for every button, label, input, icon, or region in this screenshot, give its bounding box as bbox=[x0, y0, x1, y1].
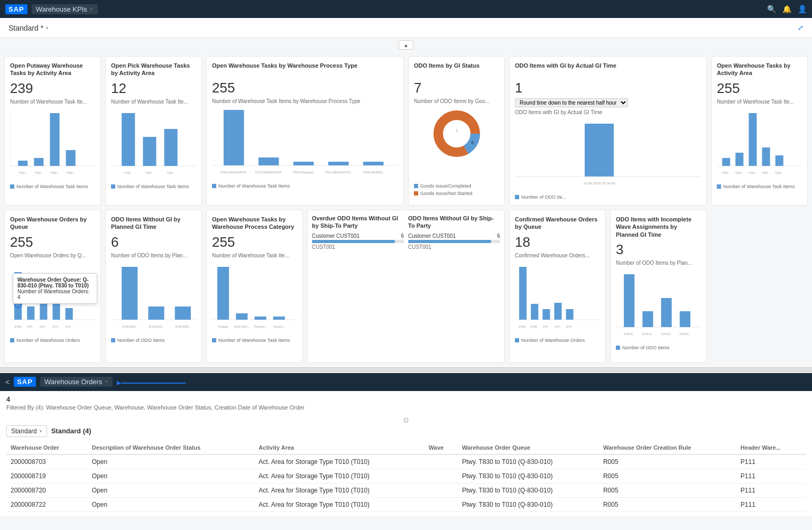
search-icon[interactable]: 🔍 bbox=[767, 5, 776, 13]
legend-color-dot bbox=[717, 184, 721, 189]
kpi-card-process-category-number: 255 bbox=[212, 234, 297, 250]
kpi-card-pick-tasks: Open Pick Warehouse Tasks by Activity Ar… bbox=[105, 56, 202, 206]
svg-text:P310 (Putaway): P310 (Putaway) bbox=[293, 171, 313, 174]
svg-rect-113 bbox=[531, 304, 538, 320]
kpi-card-confirmed-orders-subtitle: Confirmed Warehouse Orders... bbox=[515, 253, 600, 258]
cell-wave bbox=[425, 497, 458, 512]
kpi-card-putaway-tasks: Open Putaway Warehouse Tasks by Activity… bbox=[4, 56, 101, 206]
bottom-title[interactable]: Warehouse Orders ▼ bbox=[40, 377, 113, 387]
svg-rect-129 bbox=[680, 311, 690, 327]
table-section: 4 Filtered By (4): Warehouse Order Queue… bbox=[0, 391, 812, 516]
svg-rect-126 bbox=[624, 274, 634, 327]
round-time-dropdown[interactable]: Round time down to the nearest half hour bbox=[515, 98, 628, 107]
bell-icon[interactable]: 🔔 bbox=[782, 5, 791, 13]
kpi-card-pick-tasks-legend: Number of Warehouse Task Items bbox=[111, 184, 196, 189]
select-chevron-icon: ∨ bbox=[39, 429, 42, 433]
legend-label: Number of Warehouse Task Items bbox=[117, 184, 189, 189]
svg-text:Q-PI...: Q-PI... bbox=[555, 326, 561, 328]
svg-rect-33 bbox=[328, 162, 349, 165]
customer-bar-track-2 bbox=[408, 240, 500, 243]
overdue-odo-title: Overdue ODO Items Without GI by Ship-To … bbox=[312, 215, 404, 230]
svg-rect-97 bbox=[273, 317, 285, 320]
svg-text:General...: General... bbox=[273, 325, 285, 328]
kpi-card-process-type-subtitle: Number of Warehouse Task Items by Wareho… bbox=[212, 98, 398, 104]
legend-color-dot bbox=[515, 338, 519, 342]
kpi-card-confirmed-orders-title: Confirmed Warehouse Orders by Queue bbox=[515, 216, 600, 231]
svg-text:26.08.20...: 26.08.20... bbox=[661, 333, 672, 336]
kpi-card-actual-gi-time-number: 1 bbox=[515, 80, 701, 96]
subheader-title[interactable]: Standard * ∨ bbox=[8, 24, 49, 32]
kpi-card-confirmed-orders: Confirmed Warehouse Orders by Queue 18 C… bbox=[509, 210, 606, 363]
legend-label: Goods Issue/Not Started bbox=[420, 191, 473, 196]
svg-text:18.08.2020 20:30:00: 18.08.2020 20:30:00 bbox=[583, 181, 615, 185]
cell-warehouse-order: 2000008703 bbox=[6, 454, 88, 469]
svg-text:T100...: T100... bbox=[145, 171, 154, 174]
legend-label: Number of ODO Ite... bbox=[521, 194, 566, 200]
back-button[interactable]: < bbox=[5, 378, 10, 386]
svg-text:T020...: T020... bbox=[749, 171, 757, 174]
cell-header-ware: P111 bbox=[736, 454, 806, 469]
kpi-card-putaway-tasks-legend: Number of Warehouse Task Items bbox=[10, 184, 95, 189]
kpi-card-orders-queue-title: Open Warehouse Orders by Queue bbox=[10, 216, 95, 231]
col-activity-area: Activity Area bbox=[254, 441, 424, 454]
legend-label: Goods Issue/Completed bbox=[420, 183, 472, 189]
svg-text:T100...: T100... bbox=[124, 171, 132, 174]
kpi-card-confirmed-orders-number: 18 bbox=[515, 234, 600, 250]
svg-rect-9 bbox=[66, 150, 76, 166]
svg-rect-115 bbox=[554, 303, 561, 320]
kpi-card-tasks-activity-r2-number: 255 bbox=[717, 80, 802, 97]
kpi-card-wave-assignments-title: ODO Items with Incomplete Wave Assignmen… bbox=[616, 216, 701, 238]
scroll-up-button[interactable]: ▲ bbox=[399, 40, 413, 50]
cell-creation-rule: R005 bbox=[599, 469, 736, 483]
svg-text:25.08.20...: 25.08.20... bbox=[623, 333, 634, 336]
svg-rect-112 bbox=[519, 267, 527, 320]
svg-rect-96 bbox=[255, 317, 266, 320]
svg-text:1: 1 bbox=[455, 128, 458, 133]
svg-text:26.08.2020...: 26.08.2020... bbox=[175, 325, 190, 328]
kpi-card-overdue-shipto: Overdue ODO Items Without GI by Ship-To … bbox=[307, 210, 505, 363]
svg-text:T020...: T020... bbox=[67, 171, 75, 174]
svg-text:T020...: T020... bbox=[775, 171, 783, 174]
cell-activity-area: Act. Area for Storage Type T010 (T010) bbox=[254, 454, 424, 469]
bottom-title-text: Warehouse Orders bbox=[44, 378, 102, 386]
table-row[interactable]: 2000008720 Open Act. Area for Storage Ty… bbox=[6, 483, 806, 497]
blue-arrow-icon bbox=[117, 378, 186, 388]
svg-rect-114 bbox=[542, 309, 550, 320]
chart-tooltip: Warehouse Order Queue: Q-830-010 (Ptwy. … bbox=[13, 273, 97, 304]
svg-text:Q-830...: Q-830... bbox=[14, 326, 23, 328]
kpi-card-gi-status-legend2: Goods Issue/Not Started bbox=[414, 191, 499, 196]
table-row[interactable]: 2000008719 Open Act. Area for Storage Ty… bbox=[6, 469, 806, 483]
nav-right: 🔍 🔔 👤 bbox=[767, 5, 807, 13]
user-icon[interactable]: 👤 bbox=[798, 5, 807, 13]
cell-wave bbox=[425, 469, 458, 483]
nav-title[interactable]: Warehouse KPIs ▼ bbox=[32, 4, 98, 14]
col-queue: Warehouse Order Queue bbox=[458, 441, 599, 454]
cell-creation-rule: R005 bbox=[599, 454, 736, 469]
svg-rect-85 bbox=[148, 306, 164, 320]
subheader-action[interactable]: ⤢ bbox=[798, 24, 804, 32]
scroll-up-area: ▲ bbox=[0, 38, 812, 52]
kpi-card-putaway-tasks-subtitle: Number of Warehouse Task Ite... bbox=[10, 99, 95, 105]
kpi-card-tasks-activity-r2-legend: Number of Warehouse Task Items bbox=[717, 184, 802, 189]
customer-bar-row: Customer CUST001 6 CUST001 bbox=[312, 233, 404, 250]
odo-shipto-section: ODO Items Without GI by Ship-To Party Cu… bbox=[408, 215, 500, 358]
table-row[interactable]: 2000008703 Open Act. Area for Storage Ty… bbox=[6, 454, 806, 469]
customer-bar-row-2: Customer CUST001 6 CUST001 bbox=[408, 233, 500, 250]
table-toolbar: Standard ∨ Standard (4) bbox=[6, 425, 806, 437]
svg-text:Physical...: Physical... bbox=[254, 325, 266, 328]
svg-rect-30 bbox=[224, 110, 244, 165]
expand-icon[interactable]: ⊡ bbox=[403, 416, 409, 424]
kpi-card-tasks-activity-r2-subtitle: Number of Warehouse Task Ite... bbox=[717, 99, 802, 105]
cell-activity-area: Act. Area for Storage Type T010 (T010) bbox=[254, 469, 424, 483]
svg-rect-95 bbox=[236, 313, 247, 320]
kpi-card-putaway-tasks-number: 239 bbox=[10, 80, 95, 97]
cell-queue: Ptwy. T830 to T010 (Q-830-010) bbox=[458, 454, 599, 469]
kpi-card-process-type: Open Warehouse Tasks by Warehouse Proces… bbox=[206, 56, 404, 206]
table-title: Standard (4) bbox=[51, 427, 91, 435]
kpi-card-orders-queue-subtitle: Open Warehouse Orders by Q... bbox=[10, 253, 95, 258]
view-select[interactable]: Standard ∨ bbox=[6, 425, 47, 437]
table-row[interactable]: 2000008722 Open Act. Area for Storage Ty… bbox=[6, 497, 806, 512]
sap-logo: SAP bbox=[5, 4, 27, 14]
kpi-card-actual-gi-time-legend: Number of ODO Ite... bbox=[515, 194, 701, 200]
cell-wave bbox=[425, 483, 458, 497]
